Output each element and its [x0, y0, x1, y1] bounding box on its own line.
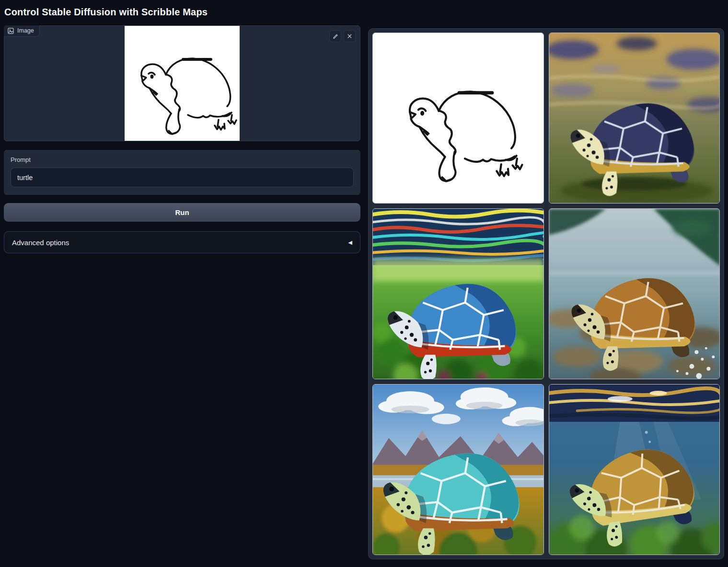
edit-image-button[interactable] — [329, 30, 341, 42]
input-column: Image Prompt — [4, 25, 360, 253]
app-page: Control Stable Diffusion with Scribble M… — [0, 0, 728, 559]
prompt-label: Prompt — [11, 156, 354, 163]
gallery-item-4[interactable] — [549, 208, 720, 379]
advanced-options-accordion[interactable]: Advanced options ◀ — [4, 231, 360, 253]
image-icon — [8, 28, 14, 34]
close-icon — [347, 33, 353, 39]
output-gallery — [368, 28, 724, 559]
run-button[interactable]: Run — [4, 203, 360, 222]
image-input-panel: Image — [4, 25, 360, 141]
page-title: Control Stable Diffusion with Scribble M… — [4, 7, 724, 18]
gallery-item-3[interactable] — [372, 208, 544, 379]
input-image-preview[interactable] — [125, 26, 240, 141]
turtle-photo-clear-water — [549, 209, 720, 379]
gallery-item-6[interactable] — [549, 384, 720, 555]
turtle-photo-underwater — [549, 385, 720, 555]
gallery-item-1[interactable] — [372, 33, 544, 204]
turtle-photo-mountain-lake — [373, 385, 543, 555]
scribble-drawing — [125, 26, 240, 141]
image-label-badge: Image — [4, 25, 40, 37]
turtle-photo-golden-water — [549, 33, 720, 203]
clear-image-button[interactable] — [344, 30, 356, 42]
gallery-item-2[interactable] — [549, 33, 720, 204]
pencil-icon — [332, 33, 339, 40]
turtle-painting-blue-shell — [373, 209, 543, 379]
image-actions — [329, 30, 356, 42]
image-label: Image — [17, 27, 34, 34]
gallery-item-5[interactable] — [372, 384, 544, 555]
advanced-options-label: Advanced options — [12, 238, 69, 247]
chevron-left-icon: ◀ — [348, 239, 352, 246]
prompt-panel: Prompt — [4, 150, 360, 195]
scribble-result — [373, 33, 543, 203]
prompt-input[interactable] — [11, 168, 354, 187]
